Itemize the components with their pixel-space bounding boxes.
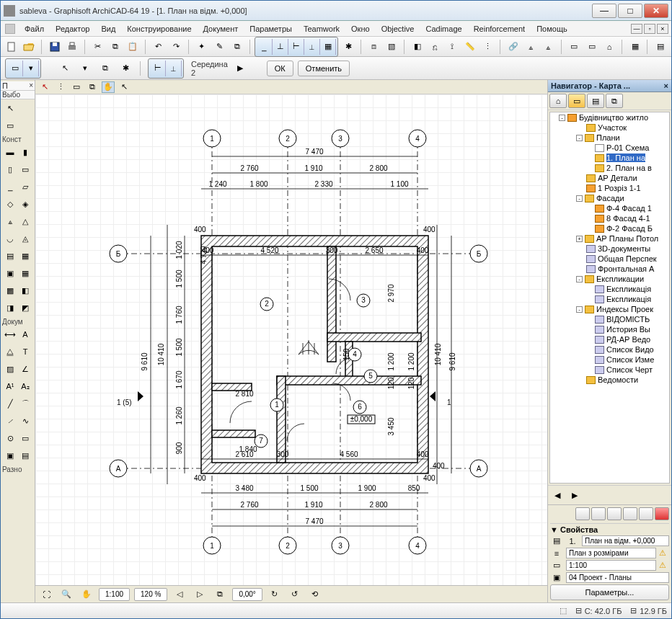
zoom-prev-icon[interactable]: ◁ bbox=[172, 587, 187, 602]
zoom-save-icon[interactable]: ⧉ bbox=[212, 587, 228, 602]
minimize-button[interactable]: — bbox=[592, 4, 616, 18]
tree-item[interactable]: Общая Перспек bbox=[567, 254, 669, 264]
morph-tool-icon[interactable]: ◬ bbox=[18, 231, 33, 246]
tree-item[interactable]: Участок bbox=[567, 123, 669, 133]
fill-tool-icon[interactable]: ▨ bbox=[3, 361, 18, 377]
prop4-value[interactable]: 04 Проект - Планы bbox=[566, 572, 669, 583]
link-icon[interactable]: 🔗 bbox=[505, 39, 521, 55]
tree-item[interactable]: 3D-документы bbox=[567, 244, 669, 254]
navtab-project-icon[interactable]: ⌂ bbox=[549, 94, 567, 108]
section-icon[interactable]: ⎌ bbox=[427, 39, 442, 55]
tree-item[interactable]: Список Видо bbox=[567, 344, 669, 355]
rot-a-icon[interactable]: ↻ bbox=[267, 587, 283, 602]
tree-item[interactable]: +АР Планы Потол bbox=[567, 233, 669, 244]
nav-delete-icon[interactable] bbox=[655, 507, 669, 520]
mesh-tool-icon[interactable]: ▤ bbox=[3, 248, 18, 264]
snap-icon[interactable]: ✱ bbox=[340, 39, 355, 55]
rotation-field[interactable]: 0,00° bbox=[232, 588, 262, 601]
drawing-canvas[interactable]: 1 2 3 4 1 2 3 4 Б Б А А 7 470 2 760 1 91… bbox=[35, 94, 547, 585]
column-tool-icon[interactable]: ▮ bbox=[18, 144, 33, 160]
navtab-publisher-icon[interactable]: ⧉ bbox=[606, 94, 623, 108]
open-icon[interactable] bbox=[21, 39, 36, 55]
tree-item[interactable]: Ведомости bbox=[567, 375, 669, 385]
prop3-value[interactable]: 1:100 bbox=[566, 560, 656, 571]
misc3-tool-icon[interactable]: ◩ bbox=[18, 300, 33, 316]
tree-item[interactable]: Ф-4 Фасад 1 bbox=[567, 203, 669, 213]
view3d-icon[interactable]: ◧ bbox=[410, 39, 425, 55]
scale-field[interactable]: 1:100 bbox=[99, 588, 130, 601]
geometry-method[interactable]: ⊢⟂ bbox=[148, 58, 184, 79]
tool-e-icon[interactable]: ⌂ bbox=[601, 39, 616, 55]
mdi-restore[interactable]: ▫ bbox=[644, 24, 655, 34]
strip-rect-icon[interactable]: ▭ bbox=[70, 81, 83, 93]
tree-item[interactable]: Р-01 Схема bbox=[567, 143, 669, 153]
window-tool-icon[interactable]: ▭ bbox=[18, 161, 33, 177]
marquee-tool-icon[interactable]: ▭ bbox=[3, 117, 18, 133]
stair-tool-icon[interactable]: ⟁ bbox=[3, 213, 18, 229]
navigator-tree[interactable]: -Будівництво житло Участок-ПланиР-01 Схе… bbox=[549, 112, 670, 484]
new-icon[interactable] bbox=[4, 39, 19, 55]
tool-c-icon[interactable]: ▭ bbox=[567, 39, 582, 55]
nav-newfolder-icon[interactable] bbox=[591, 507, 606, 520]
arrow-icon[interactable]: ↖ bbox=[57, 61, 73, 76]
tree-item[interactable]: Ф-2 Фасад Б bbox=[567, 223, 669, 233]
angle-tool-icon[interactable]: ∠ bbox=[18, 361, 33, 377]
zoom-field[interactable]: 120 % bbox=[134, 588, 167, 601]
copy-icon[interactable]: ⧉ bbox=[107, 39, 123, 55]
tree-item[interactable]: Експликація bbox=[567, 294, 669, 304]
redo-icon[interactable]: ↷ bbox=[169, 39, 184, 55]
tool-a-icon[interactable]: ⟁ bbox=[523, 39, 539, 55]
undo-icon[interactable]: ↶ bbox=[151, 39, 166, 55]
strip-hand-icon[interactable]: ✋ bbox=[102, 81, 115, 93]
palette-icon[interactable]: ▦ bbox=[627, 39, 642, 55]
guideline-group[interactable]: ⎯⊥⊢⟂▦ bbox=[255, 37, 338, 57]
navtab-layout-icon[interactable]: ▤ bbox=[587, 94, 604, 108]
menu-design[interactable]: Конструирование bbox=[121, 23, 197, 35]
grid-tool-icon[interactable]: ▦ bbox=[18, 265, 33, 281]
dimension-tool-icon[interactable]: ⟷ bbox=[3, 326, 18, 342]
beam-tool-icon[interactable]: ⎯ bbox=[3, 179, 18, 195]
save-icon[interactable] bbox=[47, 39, 62, 55]
fit-icon[interactable]: ⛶ bbox=[38, 587, 54, 602]
tree-item[interactable]: -Плани bbox=[567, 133, 669, 143]
drawing-tool-icon[interactable]: ▤ bbox=[18, 447, 33, 463]
tree-item[interactable]: 1. План на bbox=[567, 153, 669, 163]
label-tool-icon[interactable]: A bbox=[18, 326, 33, 342]
rot-b-icon[interactable]: ↺ bbox=[287, 587, 303, 602]
tree-item[interactable]: Список Черт bbox=[567, 365, 669, 375]
zoom-icon[interactable]: 🔍 bbox=[58, 587, 74, 602]
nav-newview-icon[interactable] bbox=[575, 507, 590, 520]
fill-icon[interactable]: ▧ bbox=[384, 39, 399, 55]
menu-objective[interactable]: Objective bbox=[376, 23, 420, 35]
close-button[interactable]: ✕ bbox=[644, 4, 668, 18]
menu-cadimage[interactable]: Cadimage bbox=[420, 23, 467, 35]
tool-b-icon[interactable]: ⟁ bbox=[541, 39, 556, 55]
zone-tool-icon[interactable]: ▣ bbox=[3, 265, 18, 281]
spline-tool-icon[interactable]: ∿ bbox=[18, 413, 33, 429]
parameters-button[interactable]: Параметры... bbox=[550, 584, 669, 600]
tree-item[interactable]: -Фасади bbox=[567, 193, 669, 203]
prop2-value[interactable]: План з розмірами bbox=[566, 548, 656, 558]
tree-item[interactable]: -Индексы Проек bbox=[567, 304, 669, 314]
hotspot-tool-icon[interactable]: ⊙ bbox=[3, 430, 18, 446]
cancel-button[interactable]: Отменить bbox=[298, 61, 350, 76]
layer-icon[interactable]: ⧈ bbox=[366, 39, 381, 55]
mdi-minimize[interactable]: — bbox=[631, 24, 642, 34]
menu-file[interactable]: Файл bbox=[19, 23, 50, 35]
level-tool-icon[interactable]: ⧋ bbox=[3, 344, 18, 360]
tree-item[interactable]: ВІДОМІСТЬ bbox=[567, 314, 669, 324]
cursor-mode[interactable]: ▭▾ bbox=[5, 58, 41, 79]
tree-item[interactable]: Експликація bbox=[567, 284, 669, 294]
menu-options[interactable]: Параметры bbox=[244, 23, 298, 35]
door-tool-icon[interactable]: ▯ bbox=[3, 161, 18, 177]
misc-tool-icon[interactable]: ◧ bbox=[18, 282, 33, 298]
section2-tool-icon[interactable]: A¹ bbox=[3, 378, 18, 394]
camera-tool-icon[interactable]: ▣ bbox=[3, 447, 18, 463]
figure-tool-icon[interactable]: ▭ bbox=[18, 430, 33, 446]
zoom-next-icon[interactable]: ▷ bbox=[192, 587, 208, 602]
toolbox-close-icon[interactable]: × bbox=[29, 81, 33, 89]
ok-button[interactable]: ОК bbox=[267, 61, 293, 76]
tree-item[interactable]: РД-АР Ведо bbox=[567, 334, 669, 344]
roof-tool-icon[interactable]: △ bbox=[18, 213, 33, 229]
favorites-icon[interactable]: ▤ bbox=[653, 39, 668, 55]
